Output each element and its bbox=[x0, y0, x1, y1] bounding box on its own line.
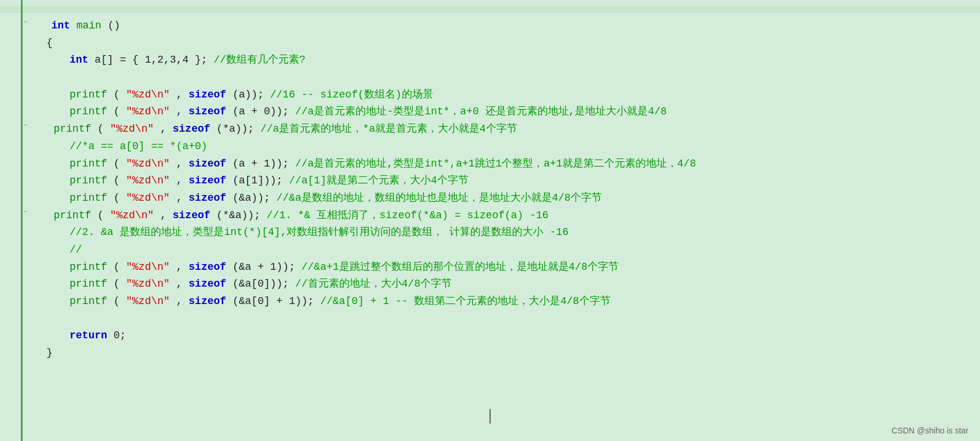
code-line-13: //2. &a 是数组的地址，类型是int(*)[4],对数组指针解引用访问的是… bbox=[23, 224, 980, 241]
line-16-content: printf ( "%zd\n" , sizeof (&a[0])); //首元… bbox=[23, 276, 452, 293]
code-line-20: } bbox=[23, 345, 980, 362]
code-area: ⁻ int main () { int a[] = { 1,2,3,4 }; /… bbox=[0, 13, 980, 362]
func-main: main bbox=[77, 20, 101, 31]
line-12-content: printf ( "%zd\n" , sizeof (*&a)); //1. *… bbox=[30, 207, 548, 225]
collapse-icon-12[interactable]: ⁻ bbox=[23, 207, 28, 220]
code-line-7: ⁻ printf ( "%zd\n" , sizeof (*a)); //a是首… bbox=[23, 121, 980, 138]
code-line-12: ⁻ printf ( "%zd\n" , sizeof (*&a)); //1.… bbox=[23, 207, 980, 225]
keyword-int: int bbox=[51, 20, 70, 31]
code-line-17: printf ( "%zd\n" , sizeof (&a[0] + 1)); … bbox=[23, 293, 980, 310]
code-line-5: printf ( "%zd\n" , sizeof (a)); //16 -- … bbox=[23, 86, 980, 104]
line-19-content: return 0; bbox=[23, 327, 126, 345]
code-line-15: printf ( "%zd\n" , sizeof (&a + 1)); //&… bbox=[23, 259, 980, 276]
line-9-content: printf ( "%zd\n" , sizeof (a + 1)); //a是… bbox=[23, 156, 696, 173]
code-editor: ⁻ int main () { int a[] = { 1,2,3,4 }; /… bbox=[0, 0, 980, 441]
line-7-content: printf ( "%zd\n" , sizeof (*a)); //a是首元素… bbox=[30, 121, 517, 138]
line-11-content: printf ( "%zd\n" , sizeof (&a)); //&a是数组… bbox=[23, 190, 602, 207]
code-line-11: printf ( "%zd\n" , sizeof (&a)); //&a是数组… bbox=[23, 190, 980, 207]
code-line-18 bbox=[23, 310, 980, 328]
collapse-icon-1[interactable]: ⁻ bbox=[23, 17, 28, 31]
line-14-content: // bbox=[23, 241, 82, 259]
code-line-9: printf ( "%zd\n" , sizeof (a + 1)); //a是… bbox=[23, 156, 980, 173]
line-17-content: printf ( "%zd\n" , sizeof (&a[0] + 1)); … bbox=[23, 293, 611, 310]
line-10-content: printf ( "%zd\n" , sizeof (a[1])); //a[1… bbox=[23, 172, 469, 190]
code-line-1: ⁻ int main () bbox=[23, 17, 980, 35]
code-line-4 bbox=[23, 69, 980, 86]
left-border bbox=[21, 0, 23, 441]
code-line-3: int a[] = { 1,2,3,4 }; //数组有几个元素? bbox=[23, 52, 980, 69]
line-1-content: int main () bbox=[28, 17, 120, 35]
code-line-2: { bbox=[23, 35, 980, 52]
collapse-icon-7[interactable]: ⁻ bbox=[23, 121, 28, 134]
watermark: CSDN @shiho is star bbox=[892, 426, 968, 435]
code-line-16: printf ( "%zd\n" , sizeof (&a[0])); //首元… bbox=[23, 276, 980, 293]
line-20-content: } bbox=[23, 345, 53, 362]
line-15-content: printf ( "%zd\n" , sizeof (&a + 1)); //&… bbox=[23, 259, 619, 276]
code-line-10: printf ( "%zd\n" , sizeof (a[1])); //a[1… bbox=[23, 172, 980, 190]
code-line-19: return 0; bbox=[23, 327, 980, 345]
line-8-content: //*a == a[0] == *(a+0) bbox=[23, 138, 208, 156]
line-3-content: int a[] = { 1,2,3,4 }; //数组有几个元素? bbox=[23, 52, 306, 69]
code-line-8: //*a == a[0] == *(a+0) bbox=[23, 138, 980, 156]
text-cursor: │ bbox=[486, 409, 493, 424]
top-bar bbox=[0, 6, 980, 13]
line-13-content: //2. &a 是数组的地址，类型是int(*)[4],对数组指针解引用访问的是… bbox=[23, 224, 568, 241]
line-2-content: { bbox=[23, 35, 53, 52]
code-line-14: // bbox=[23, 241, 980, 259]
code-line-6: printf ( "%zd\n" , sizeof (a + 0)); //a是… bbox=[23, 103, 980, 121]
line-6-content: printf ( "%zd\n" , sizeof (a + 0)); //a是… bbox=[23, 103, 667, 121]
line-5-content: printf ( "%zd\n" , sizeof (a)); //16 -- … bbox=[23, 86, 433, 104]
